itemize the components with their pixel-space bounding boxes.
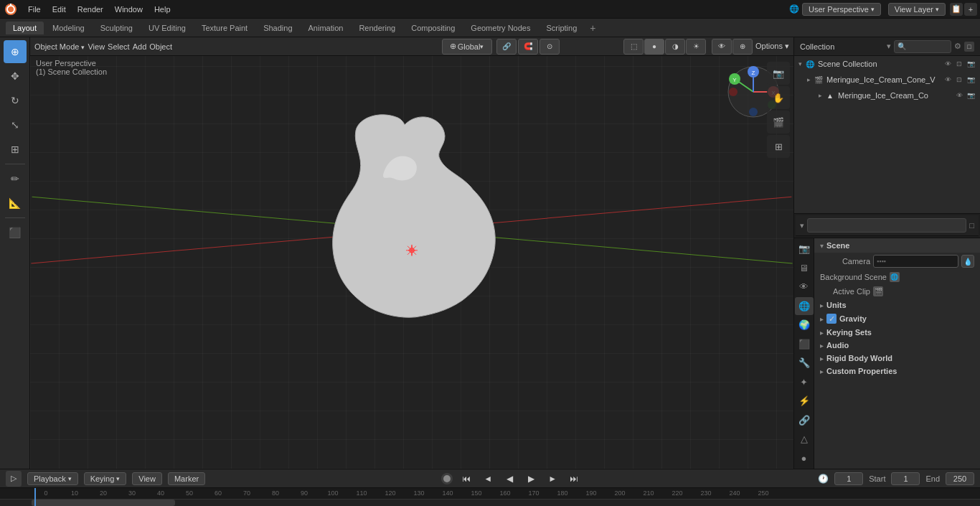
camera-field[interactable]: ▪▪▪▪ [873, 255, 958, 268]
film-btn[interactable]: 🎬 [767, 111, 790, 133]
outliner-search-input[interactable] [894, 40, 951, 53]
props-tab-view[interactable]: 👁 [795, 278, 814, 296]
outliner-filter-icon[interactable]: ▾ [887, 42, 891, 51]
timeline-scrollbar[interactable] [0, 499, 980, 506]
snap-btn[interactable]: 🧲 [518, 39, 538, 55]
props-expand-icon[interactable]: □ [969, 221, 974, 230]
shading-rendered[interactable]: ☀ [686, 39, 706, 55]
m2-visibility-icon[interactable]: 👁 [954, 90, 964, 100]
hand-btn[interactable]: ✋ [767, 86, 790, 109]
scale-tool[interactable]: ⤡ [4, 113, 27, 136]
outliner-row-meringue-2[interactable]: ▸ ▲ Meringue_Ice_Cream_Co 👁 📷 [814, 88, 980, 103]
shading-wire[interactable]: ⬚ [623, 39, 644, 55]
marker-menu[interactable]: Marker [168, 472, 205, 485]
props-tab-object[interactable]: ⬛ [795, 335, 814, 354]
transform-tool[interactable]: ⊞ [4, 138, 27, 161]
props-tab-particles[interactable]: ✦ [795, 373, 814, 392]
menu-render[interactable]: Render [72, 4, 108, 15]
outliner-options-icon[interactable]: ⚙ [954, 42, 961, 51]
gravity-checkbox[interactable]: ✓ [826, 314, 837, 324]
current-frame-input[interactable]: 1 [834, 472, 863, 485]
tab-scripting[interactable]: Scripting [539, 22, 584, 34]
view-layer-new[interactable]: + [964, 3, 977, 16]
tab-rendering[interactable]: Rendering [352, 22, 402, 34]
props-tab-physics[interactable]: ⚡ [795, 392, 814, 411]
add-workspace-tab[interactable]: + [585, 21, 600, 35]
m2-render-icon[interactable]: 📷 [966, 90, 976, 100]
play-reverse-btn[interactable]: ◀ [501, 471, 517, 487]
end-frame-input[interactable]: 250 [946, 472, 974, 485]
prev-keyframe-btn[interactable]: ◄ [480, 471, 496, 487]
annotate-tool[interactable]: ✏ [4, 167, 27, 190]
menu-file[interactable]: File [23, 4, 46, 15]
tab-compositing[interactable]: Compositing [404, 22, 462, 34]
viewport-select-menu[interactable]: Select [108, 42, 130, 51]
tab-layout[interactable]: Layout [6, 22, 44, 34]
transform-pivot[interactable]: 🔗 [496, 39, 517, 55]
tab-uv-editing[interactable]: UV Editing [141, 22, 193, 34]
move-tool[interactable]: ✥ [4, 65, 27, 88]
tab-animation[interactable]: Animation [301, 22, 351, 34]
jump-end-btn[interactable]: ⏭ [566, 471, 582, 487]
viewport-overlays[interactable]: 👁 [712, 39, 732, 55]
camera-eyedropper[interactable]: 💧 [961, 255, 974, 268]
tab-shading[interactable]: Shading [256, 22, 299, 34]
rotate-tool[interactable]: ↻ [4, 89, 27, 112]
keying-menu[interactable]: Keying ▾ [84, 472, 127, 485]
shading-solid[interactable]: ● [644, 39, 664, 55]
camera-view-btn[interactable]: 📷 [767, 62, 790, 85]
measure-tool[interactable]: 📐 [4, 192, 27, 215]
outliner-row-meringue-1[interactable]: ▸ 🎬 Meringue_Ice_Cream_Cone_V 👁 ⊡ 📷 [803, 72, 980, 88]
tab-sculpting[interactable]: Sculpting [93, 22, 140, 34]
menu-window[interactable]: Window [110, 4, 148, 15]
grid-btn[interactable]: ⊞ [767, 135, 790, 158]
options-btn[interactable]: Options ▾ [755, 42, 789, 51]
gravity-section[interactable]: ▸ ✓ Gravity [814, 311, 980, 326]
sc-visibility-icon[interactable]: 👁 [943, 59, 953, 69]
props-tab-material[interactable]: ● [795, 449, 814, 468]
active-clip-icon[interactable]: 🎬 [873, 286, 883, 296]
start-frame-input[interactable]: 1 [891, 472, 920, 485]
menu-edit[interactable]: Edit [47, 4, 71, 15]
props-tab-output[interactable]: 🖥 [795, 259, 814, 278]
scene-button[interactable]: 📋 [950, 3, 963, 16]
view-menu[interactable]: View [132, 472, 162, 485]
props-search-input[interactable] [807, 218, 966, 233]
props-section-scene-header[interactable]: ▾ Scene [814, 238, 980, 253]
timeline-scroll-handle[interactable] [32, 500, 175, 506]
sc-select-icon[interactable]: ⊡ [954, 59, 964, 69]
props-tab-constraints[interactable]: 🔗 [795, 411, 814, 430]
tab-modeling[interactable]: Modeling [45, 22, 92, 34]
m1-select-icon[interactable]: ⊡ [954, 75, 964, 85]
playback-menu[interactable]: Playback ▾ [27, 472, 78, 485]
view-layer-selector[interactable]: View Layer ▾ [888, 3, 946, 16]
m1-render-icon[interactable]: 📷 [966, 75, 976, 85]
cursor-tool[interactable]: ⊕ [4, 40, 27, 63]
sc-render-icon[interactable]: 📷 [966, 59, 976, 69]
tab-texture-paint[interactable]: Texture Paint [194, 22, 255, 34]
background-scene-icon[interactable]: 🌐 [890, 272, 900, 282]
audio-section[interactable]: ▸ Audio [814, 339, 980, 352]
outliner-row-scene-collection[interactable]: ▾ 🌐 Scene Collection 👁 ⊡ 📷 [794, 56, 980, 72]
viewport-view-menu[interactable]: View [88, 42, 105, 51]
keying-sets-section[interactable]: ▸ Keying Sets [814, 326, 980, 339]
proportional-edit[interactable]: ⊙ [540, 39, 560, 55]
tab-geometry-nodes[interactable]: Geometry Nodes [463, 22, 537, 34]
custom-props-section[interactable]: ▸ Custom Properties [814, 365, 980, 378]
props-tab-data[interactable]: △ [795, 430, 814, 449]
viewport-add-menu[interactable]: Add [133, 42, 147, 51]
menu-help[interactable]: Help [149, 4, 176, 15]
props-tab-render[interactable]: 📷 [795, 240, 814, 258]
object-mode-selector[interactable]: Object Mode ▾ [34, 42, 85, 51]
units-section[interactable]: ▸ Units [814, 299, 980, 311]
outliner-expand-icon[interactable]: □ [964, 42, 974, 52]
rigid-body-world-section[interactable]: ▸ Rigid Body World [814, 352, 980, 365]
scene-selector[interactable]: User Perspective ▾ [802, 3, 881, 16]
props-tab-scene[interactable]: 🌐 [795, 297, 814, 316]
viewport-gizmos[interactable]: ⊕ [732, 39, 753, 55]
play-btn[interactable]: ▶ [523, 471, 539, 487]
props-tab-modifier[interactable]: 🔧 [795, 354, 814, 373]
m1-visibility-icon[interactable]: 👁 [943, 75, 953, 85]
next-keyframe-btn[interactable]: ► [545, 471, 560, 487]
record-btn[interactable] [441, 473, 453, 484]
